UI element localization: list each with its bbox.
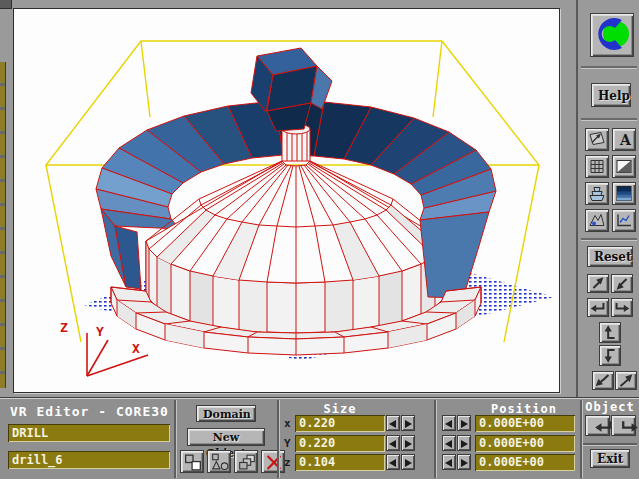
sidebar-divider [581, 118, 637, 120]
copy-icon [182, 452, 204, 473]
size-y-increment[interactable] [401, 435, 415, 451]
panel-divider [174, 400, 176, 478]
position-z-increment[interactable] [457, 454, 471, 470]
app-logo-button[interactable] [590, 13, 634, 57]
control-panel: VR Editor - CORE30 DRILL drill_6 Domain … [0, 397, 639, 479]
size-axis-y: Y [284, 437, 291, 450]
rotate-sw-button[interactable] [611, 274, 633, 293]
object-label: Object [584, 400, 636, 414]
window-corner [0, 0, 12, 9]
object-prev-button[interactable] [585, 415, 610, 436]
panel-divider [580, 400, 582, 478]
reset-button[interactable]: Reset [587, 246, 633, 267]
material-icon [587, 211, 607, 230]
stack-tool-button[interactable] [585, 182, 609, 205]
position-x-decrement[interactable] [442, 415, 456, 431]
position-y-field[interactable]: 0.000E+00 [475, 435, 575, 452]
size-y-decrement[interactable] [386, 435, 400, 451]
copy-object-button[interactable] [180, 450, 204, 473]
group-shapes-button[interactable] [207, 450, 231, 473]
object-next-button[interactable] [611, 415, 636, 436]
domain-button[interactable]: Domain [196, 405, 256, 422]
swing-sw-icon [593, 372, 613, 389]
return-right-icon [612, 299, 632, 316]
plot-tool-button[interactable] [612, 209, 636, 232]
size-z-increment[interactable] [401, 454, 415, 470]
text-icon: A [614, 130, 634, 149]
model-core30-scene: Z Y X [14, 9, 557, 390]
size-y-field[interactable]: 0.220 [295, 435, 385, 452]
swing-ne-button[interactable] [615, 371, 637, 390]
layers-tool-button[interactable] [612, 182, 636, 205]
text-tool-button[interactable]: A [612, 128, 636, 151]
position-z-field[interactable]: 0.000E+00 [475, 454, 575, 471]
axis-label-z: Z [60, 320, 68, 335]
viewport-3d[interactable]: Z Y X [13, 8, 560, 393]
stack-icon [587, 184, 607, 203]
size-x-increment[interactable] [401, 415, 415, 431]
position-y-increment[interactable] [457, 435, 471, 451]
grid-tool-button[interactable] [585, 155, 609, 178]
help-button[interactable]: Help [591, 83, 631, 107]
left-arrow-icon [445, 459, 452, 467]
left-arrow-icon [389, 440, 396, 448]
shade-tool-button[interactable] [612, 155, 636, 178]
new-object-button[interactable]: New Object [187, 428, 265, 446]
size-axis-z: z [284, 456, 291, 469]
shapes-icon [209, 452, 231, 473]
size-x-decrement[interactable] [386, 415, 400, 431]
duplicate-array-button[interactable] [234, 450, 258, 473]
left-arrow-icon [389, 420, 396, 428]
right-arrow-icon [461, 440, 468, 448]
turn-left-button[interactable] [587, 298, 609, 317]
delete-object-button[interactable] [261, 450, 285, 473]
position-y-decrement[interactable] [442, 435, 456, 451]
material-tool-button[interactable] [585, 209, 609, 232]
palette-strip [0, 62, 6, 388]
return-left-icon [588, 299, 608, 316]
size-z-decrement[interactable] [386, 454, 400, 470]
pick-tool-button[interactable] [585, 128, 609, 151]
toolbar-sidebar: Help A [576, 0, 639, 397]
swing-sw-button[interactable] [592, 371, 614, 390]
step-up-button[interactable] [599, 322, 621, 343]
cascade-icon [236, 452, 258, 473]
axis-label-x: X [132, 341, 140, 356]
object-name-field[interactable]: DRILL [8, 424, 170, 442]
svg-text:A: A [619, 132, 632, 148]
return-right-icon [618, 417, 639, 436]
arrow-sw-icon [612, 275, 632, 292]
position-label: Position [472, 402, 576, 416]
right-arrow-icon [461, 459, 468, 467]
step-down-icon [600, 346, 620, 365]
position-x-increment[interactable] [457, 415, 471, 431]
left-arrow-icon [389, 459, 396, 467]
axis-label-y: Y [96, 324, 104, 339]
arrow-ne-icon [588, 275, 608, 292]
position-z-decrement[interactable] [442, 454, 456, 470]
grid-icon [587, 157, 607, 176]
object-id-field[interactable]: drill_6 [8, 451, 170, 469]
step-up-icon [600, 323, 620, 342]
right-arrow-icon [461, 420, 468, 428]
layers-icon [614, 184, 634, 203]
app-logo-icon [592, 14, 632, 54]
delete-x-icon [263, 452, 285, 473]
swing-ne-icon [616, 372, 636, 389]
exit-button[interactable]: Exit [590, 449, 630, 468]
panel-divider [277, 400, 279, 478]
position-x-field[interactable]: 0.000E+00 [475, 415, 575, 432]
turn-right-button[interactable] [611, 298, 633, 317]
app-title: VR Editor - CORE30 [10, 404, 169, 419]
right-arrow-icon [405, 459, 412, 467]
size-z-field[interactable]: 0.104 [295, 454, 385, 471]
size-x-field[interactable]: 0.220 [295, 415, 385, 432]
size-axis-x: x [284, 417, 291, 430]
plot-icon [614, 211, 634, 230]
rotate-ne-button[interactable] [587, 274, 609, 293]
shade-icon [614, 157, 634, 176]
step-down-button[interactable] [599, 345, 621, 366]
left-arrow-icon [445, 440, 452, 448]
sidebar-divider [581, 238, 637, 240]
dome [146, 161, 446, 283]
